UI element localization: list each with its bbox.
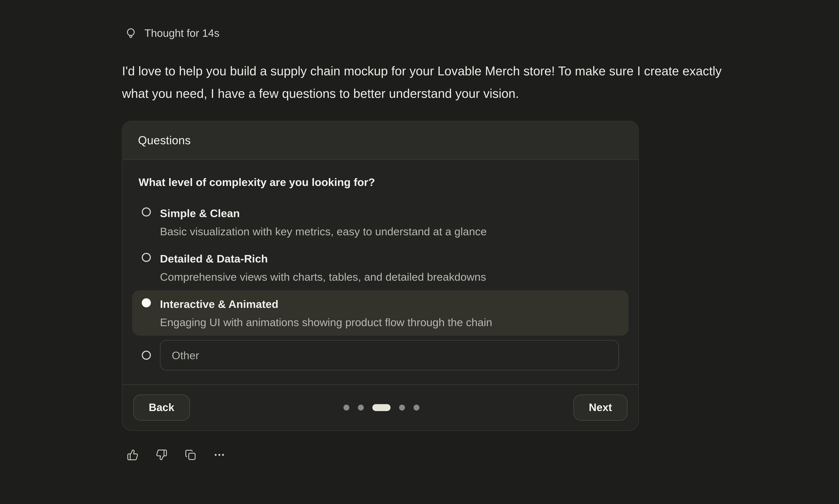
thumbs-down-icon <box>156 449 168 461</box>
pagination-dot <box>414 404 420 411</box>
option-description: Comprehensive views with charts, tables,… <box>160 268 486 286</box>
thought-header[interactable]: Thought for 14s <box>125 27 220 39</box>
next-button[interactable]: Next <box>573 394 628 420</box>
option-description: Engaging UI with animations showing prod… <box>160 313 492 331</box>
questions-card-header: Questions <box>122 121 638 160</box>
message-actions <box>127 449 225 461</box>
option-list: Simple & Clean Basic visualization with … <box>132 199 629 336</box>
option-label: Detailed & Data-Rich <box>160 249 486 268</box>
thumbs-up-button[interactable] <box>127 449 139 461</box>
option-other[interactable] <box>132 340 629 371</box>
option-interactive-animated[interactable]: Interactive & Animated Engaging UI with … <box>132 290 629 336</box>
pagination-dot <box>399 404 405 411</box>
questions-card: Questions What level of complexity are y… <box>122 121 639 431</box>
questions-card-body: What level of complexity are you looking… <box>122 160 638 384</box>
radio-unselected-icon[interactable] <box>142 351 151 360</box>
radio-selected-icon[interactable] <box>142 298 151 307</box>
chat-message-view: Thought for 14s I'd love to help you bui… <box>0 0 839 504</box>
questions-card-footer: Back Next <box>122 384 638 430</box>
lightbulb-icon <box>125 27 137 39</box>
radio-unselected-icon[interactable] <box>142 253 151 262</box>
pagination-dot-active <box>372 404 390 411</box>
option-description: Basic visualization with key metrics, ea… <box>160 222 487 240</box>
thumbs-up-icon <box>127 449 139 461</box>
pagination-dot <box>358 404 364 411</box>
card-title: Questions <box>138 134 623 147</box>
option-detailed-data-rich[interactable]: Detailed & Data-Rich Comprehensive views… <box>132 245 629 290</box>
pagination-dots <box>344 404 420 411</box>
copy-button[interactable] <box>185 449 196 461</box>
back-button[interactable]: Back <box>133 394 190 420</box>
more-options-button[interactable] <box>213 449 225 461</box>
pagination-dot <box>344 404 349 411</box>
question-text: What level of complexity are you looking… <box>139 176 622 189</box>
thought-label: Thought for 14s <box>144 27 220 39</box>
option-simple-clean[interactable]: Simple & Clean Basic visualization with … <box>132 199 629 245</box>
thumbs-down-button[interactable] <box>156 449 168 461</box>
more-options-icon <box>213 449 225 461</box>
copy-icon <box>185 449 196 461</box>
radio-unselected-icon[interactable] <box>142 208 151 216</box>
option-label: Simple & Clean <box>160 204 487 222</box>
assistant-message-text: I'd love to help you build a supply chai… <box>122 60 751 105</box>
other-input[interactable] <box>160 340 619 371</box>
option-label: Interactive & Animated <box>160 294 492 313</box>
